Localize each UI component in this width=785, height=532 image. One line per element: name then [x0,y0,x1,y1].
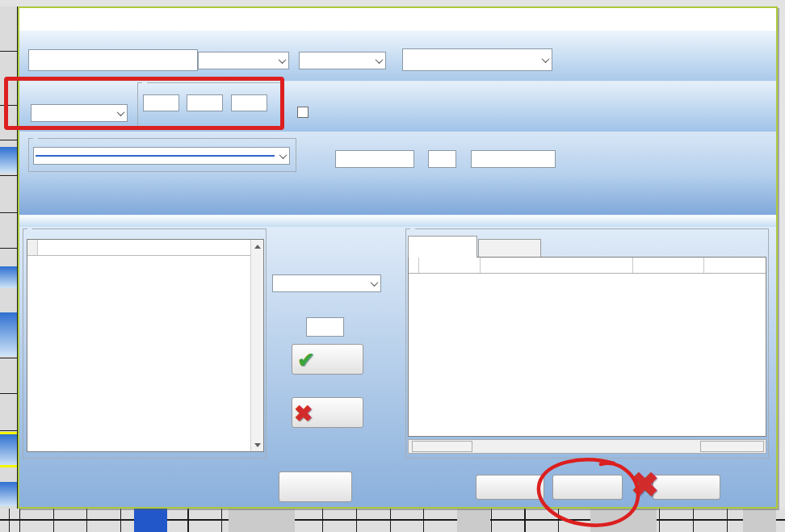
cantidad-field[interactable] [306,317,344,337]
background-selected-cell [134,509,167,532]
chevron-down-icon[interactable] [275,52,288,69]
chevron-down-icon[interactable] [367,275,380,291]
items-table-footer [408,439,766,454]
tab-paquetes-ninos[interactable] [478,239,541,258]
tab-paquete-adultos[interactable] [408,236,477,258]
paquete-venta-groupbox [28,138,296,172]
background-reservation-cell [0,434,17,466]
adicionar-item-button[interactable]: ✔ [292,344,363,375]
dialog-titlebar[interactable] [19,8,776,31]
check-icon: ✔ [297,348,315,373]
cargos-section-header [19,215,776,227]
tarifa-individual-checkbox[interactable] [297,107,309,118]
background-reservation-cell [0,312,17,356]
background-reservation-cell [0,266,17,288]
chevron-down-icon[interactable] [372,52,385,69]
items-table-header [409,258,766,274]
background-grid-bottom [0,509,785,532]
listado-groupbox [23,228,267,459]
descuento-field[interactable] [335,150,414,168]
x-icon: ✖ [294,400,313,427]
imprimir-alimentacion-button[interactable] [279,471,352,502]
scroll-up-icon[interactable] [251,240,263,253]
footer-total [700,441,764,452]
background-reservation-cell [0,147,17,173]
porcentaje-field[interactable] [428,150,456,168]
chevron-down-icon[interactable] [539,49,552,70]
annotation-circle [533,456,643,530]
listado-header [27,240,250,256]
cancelar-button[interactable] [653,475,720,500]
items-paquete-groupbox [405,228,769,459]
chevron-down-icon[interactable] [276,148,289,164]
habitacion-select[interactable] [402,48,552,71]
background-grid-right [778,6,785,509]
footer-cantidad [412,441,472,452]
listado-table [27,239,264,452]
valor-paquete-field[interactable] [471,150,556,168]
salida-select[interactable] [299,52,386,69]
paquete-venta-select[interactable] [33,147,290,165]
column-nombre [38,240,250,255]
background-reservation-cell [0,482,17,506]
eliminar-item-button[interactable]: ✖ [292,397,363,428]
llegada-select[interactable] [198,52,289,69]
scroll-down-icon[interactable] [251,438,263,451]
background-column-headers [0,0,785,6]
annotation-rectangle [4,77,284,130]
items-table [408,257,766,437]
inventario-select[interactable] [272,274,381,292]
numero-field[interactable] [28,49,198,71]
listado-scrollbar[interactable] [250,240,263,451]
